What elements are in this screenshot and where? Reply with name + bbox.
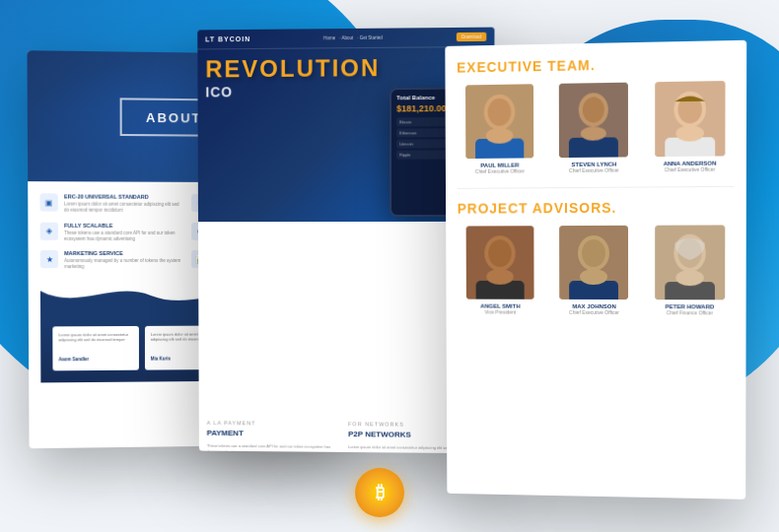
feature-desc-1: Lorem ipsum dolor sit amet consectetur a… — [64, 202, 183, 215]
page-team: EXECUTIVE TEAM. PAUL MILLER Chi — [445, 40, 746, 499]
feature-item-5: ★ MARKETING SERVICE Autonomously managed… — [40, 250, 183, 271]
advisors-title: PROJECT ADVISORS. — [458, 199, 735, 217]
feature-desc-5: Autonomously managed by a number of toke… — [64, 258, 183, 271]
nav-link-home: Home — [323, 35, 335, 40]
team-member-3: ANNA ANDERSON Chief Executive Officer — [646, 81, 735, 172]
scene-container: ABOUT US ▣ ERC-20 UNIVERSAL STANDARD Lor… — [0, 0, 779, 532]
feature-desc-3: These tokens use a standard core API for… — [64, 230, 183, 242]
feature-text-5: MARKETING SERVICE Autonomously managed b… — [64, 250, 183, 271]
advisor-role-3: Chief Finance Officer — [646, 309, 735, 315]
feature-title-5: MARKETING SERVICE — [64, 250, 183, 256]
payment-section-title: A LA PAYMENT — [207, 420, 343, 427]
testimonial-text-1: Lorem ipsum dolor sit amet consectetur a… — [58, 332, 132, 344]
executive-title: EXECUTIVE TEAM. — [457, 54, 735, 75]
advisor-avatar-1 — [466, 226, 534, 299]
avatar-2 — [559, 83, 628, 158]
nav-links: Home · About · Get Started — [323, 35, 383, 41]
executive-team-grid: PAUL MILLER Chief Executive Officer — [457, 81, 735, 174]
feature-item-3: ◈ FULLY SCALABLE These tokens use a stan… — [40, 222, 183, 242]
coin-symbol: ₿ — [376, 483, 385, 503]
testimonial-author-2: Mia Kuris — [151, 357, 171, 362]
team-member-2: STEVEN LYNCH Chief Executive Officer — [550, 82, 638, 173]
feature-text-1: ERC-20 UNIVERSAL STANDARD Lorem ipsum do… — [64, 193, 183, 214]
nav-logo: LT BYCOIN — [205, 35, 250, 42]
advisor-role-2: Chief Executive Officer — [551, 309, 638, 315]
nav-link-about: · About — [339, 35, 353, 40]
payment-col-1: A LA PAYMENT PAYMENT These tokens use a … — [207, 420, 343, 453]
avatar-3 — [655, 81, 725, 157]
advisor-3: PETER HOWARD Chief Finance Officer — [646, 225, 735, 315]
feature-title-3: FULLY SCALABLE — [64, 222, 183, 228]
testimonial-card-1: Lorem ipsum dolor sit amet consectetur a… — [52, 326, 138, 371]
svg-point-29 — [675, 270, 703, 286]
coin-decoration: ₿ — [355, 468, 404, 517]
feature-icon-3: ◈ — [40, 222, 58, 239]
advisor-avatar-2 — [560, 226, 629, 299]
team-member-1: PAUL MILLER Chief Executive Officer — [457, 84, 542, 174]
phone-stat-label-2: Ethereum — [399, 130, 416, 135]
advisors-grid: ANGEL SMITH Vice President MAX — [458, 225, 735, 315]
feature-title-1: ERC-20 UNIVERSAL STANDARD — [64, 193, 183, 199]
feature-icon-5: ★ — [40, 250, 58, 268]
svg-point-19 — [486, 269, 514, 285]
feature-item-1: ▣ ERC-20 UNIVERSAL STANDARD Lorem ipsum … — [39, 193, 183, 214]
advisor-avatar-3 — [655, 225, 725, 299]
payment-col-text: These tokens use a standard core API for… — [207, 443, 342, 454]
phone-stat-label-4: Ripple — [399, 153, 410, 158]
divider — [458, 186, 735, 189]
team-role-3: Chief Executive Officer — [646, 166, 735, 172]
right-page-content: EXECUTIVE TEAM. PAUL MILLER Chi — [445, 40, 746, 344]
feature-icon-1: ▣ — [39, 193, 57, 211]
phone-stat-label-3: Litecoin — [399, 141, 413, 146]
svg-point-22 — [582, 239, 605, 267]
advisor-role-1: Vice President — [458, 308, 543, 314]
nav-download-btn[interactable]: Download — [457, 33, 486, 41]
phone-stat-label-1: Bitcoin — [399, 119, 411, 124]
testimonial-author-1: Aaom Sandler — [58, 357, 89, 362]
nav-link-get: · Get Started — [357, 35, 383, 40]
payment-section-head: PAYMENT — [207, 429, 342, 438]
svg-point-24 — [581, 269, 608, 285]
team-role-1: Chief Executive Officer — [458, 167, 543, 174]
team-role-2: Chief Executive Officer — [550, 166, 637, 173]
avatar-1 — [465, 84, 533, 159]
svg-point-17 — [488, 239, 512, 267]
advisor-2: MAX JOHNSON Chief Executive Officer — [551, 226, 638, 315]
advisor-1: ANGEL SMITH Vice President — [458, 226, 543, 315]
feature-text-3: FULLY SCALABLE These tokens use a standa… — [64, 222, 183, 242]
payment-row: A LA PAYMENT PAYMENT These tokens use a … — [207, 420, 486, 453]
